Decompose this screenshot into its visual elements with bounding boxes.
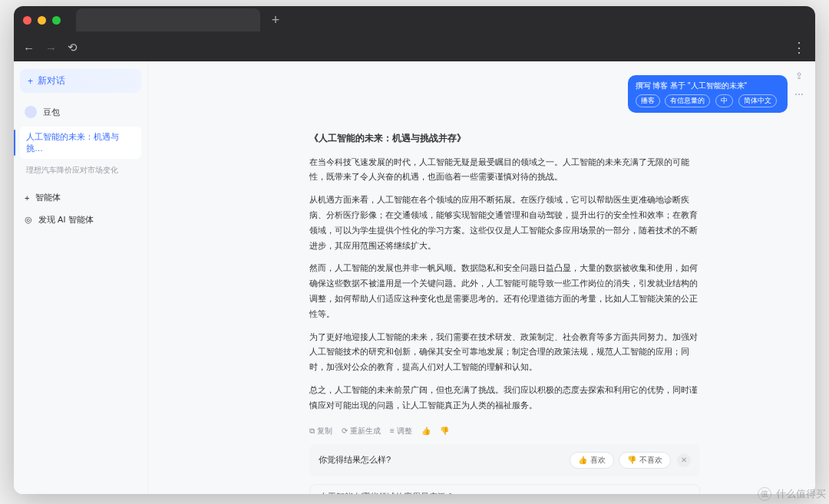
prompt-pills: 播客 有信息量的 中 简体中文 <box>636 94 780 107</box>
back-button[interactable]: ← <box>23 41 35 54</box>
article-paragraph: 为了更好地迎接人工智能的未来，我们需要在技术研发、政策制定、社会教育等多方面共同… <box>309 330 700 375</box>
plus-icon: + <box>25 193 29 203</box>
prompt-pill: 中 <box>715 94 733 107</box>
response-content: 《人工智能的未来：机遇与挑战并存》 在当今科技飞速发展的时代，人工智能无疑是最受… <box>309 130 700 421</box>
article-paragraph: 然而，人工智能的发展也并非一帆风顺。数据隐私和安全问题日益凸显，大量的数据被收集… <box>309 261 700 321</box>
browser-tab[interactable] <box>76 8 260 31</box>
prompt-pill: 播客 <box>636 94 660 107</box>
copy-button[interactable]: ⧉复制 <box>309 426 332 436</box>
assistant-label: 豆包 <box>43 107 60 118</box>
prompt-pill: 有信息量的 <box>665 94 710 107</box>
feedback-question: 你觉得结果怎么样? <box>319 454 391 466</box>
prompt-text: 撰写 博客 基于 "人工智能的未来" <box>636 81 780 91</box>
suggestion-text: 人工智能在哪些领域的应用最广泛？ <box>319 491 454 494</box>
close-feedback-button[interactable]: ✕ <box>677 453 691 467</box>
close-window-button[interactable] <box>23 16 31 25</box>
avatar-icon <box>25 106 37 118</box>
sidebar-conversation-item[interactable]: 理想汽车降价应对市场变化 <box>20 162 141 179</box>
share-icon[interactable]: ⇪ <box>794 71 804 81</box>
dislike-label: 不喜欢 <box>639 455 662 466</box>
watermark-text: 什么值得买 <box>776 487 826 501</box>
prompt-pill: 简体中文 <box>738 94 777 107</box>
thumbs-down-icon: 👎 <box>627 456 636 464</box>
like-button[interactable]: 👍喜欢 <box>570 452 614 469</box>
adjust-label: 调整 <box>397 426 412 436</box>
watermark-logo-icon: 值 <box>758 487 771 501</box>
browser-window: + ← → ⟲ ⋮ + 新对话 豆包 人工智能的未来：机遇与挑… 理想汽车降价应… <box>14 6 815 494</box>
browser-menu-button[interactable]: ⋮ <box>792 39 806 56</box>
new-chat-button[interactable]: + 新对话 <box>20 69 141 93</box>
forward-button[interactable]: → <box>45 41 57 54</box>
agents-label: 智能体 <box>35 192 61 203</box>
maximize-window-button[interactable] <box>52 16 61 25</box>
article-title: 《人工智能的未来：机遇与挑战并存》 <box>309 130 700 147</box>
response-actions: ⧉复制 ⟳重新生成 ≡调整 👍 👎 <box>309 426 700 436</box>
main-panel: ⇪ ⋯ 撰写 博客 基于 "人工智能的未来" 播客 有信息量的 中 简体中文 《… <box>148 61 815 494</box>
like-label: 喜欢 <box>590 455 606 466</box>
watermark: 值 什么值得买 <box>758 487 826 501</box>
thumbs-up-button[interactable]: 👍 <box>421 427 431 435</box>
top-right-actions: ⇪ ⋯ <box>794 71 804 100</box>
copy-icon: ⧉ <box>309 427 315 436</box>
adjust-button[interactable]: ≡调整 <box>390 426 412 436</box>
new-tab-button[interactable]: + <box>268 12 283 28</box>
copy-label: 复制 <box>317 426 332 436</box>
article-paragraph: 从机遇方面来看，人工智能在各个领域的应用不断拓展。在医疗领域，它可以帮助医生更准… <box>309 193 700 253</box>
thumbs-down-button[interactable]: 👎 <box>440 427 449 435</box>
regenerate-button[interactable]: ⟳重新生成 <box>342 426 381 436</box>
more-icon[interactable]: ⋯ <box>794 89 804 100</box>
chevron-right-icon: → <box>682 492 690 494</box>
regen-label: 重新生成 <box>350 426 381 436</box>
new-chat-label: 新对话 <box>38 74 65 87</box>
thumbs-up-icon: 👍 <box>578 456 587 464</box>
feedback-bar: 你觉得结果怎么样? 👍喜欢 👎不喜欢 ✕ <box>309 444 700 476</box>
sidebar-item-assistant[interactable]: 豆包 <box>20 100 141 124</box>
reload-button[interactable]: ⟲ <box>68 41 78 54</box>
plus-icon: + <box>28 76 33 87</box>
compass-icon: ◎ <box>25 215 32 225</box>
article-paragraph: 在当今科技飞速发展的时代，人工智能无疑是最受瞩目的领域之一。人工智能的未来充满了… <box>309 155 700 186</box>
article-paragraph: 总之，人工智能的未来前景广阔，但也充满了挑战。我们应以积极的态度去探索和利用它的… <box>309 383 700 413</box>
sidebar-active-conversation[interactable]: 人工智能的未来：机遇与挑… <box>20 127 141 159</box>
address-bar: ← → ⟲ ⋮ <box>14 34 815 61</box>
tab-bar: + <box>14 6 815 34</box>
window-controls <box>23 16 61 25</box>
discover-label: 发现 AI 智能体 <box>38 214 94 226</box>
dislike-button[interactable]: 👎不喜欢 <box>619 452 671 469</box>
browser-chrome: + ← → ⟲ ⋮ <box>14 6 815 61</box>
sliders-icon: ≡ <box>390 427 395 435</box>
sidebar-item-discover[interactable]: ◎ 发现 AI 智能体 <box>20 209 141 231</box>
user-prompt-chip: 撰写 博客 基于 "人工智能的未来" 播客 有信息量的 中 简体中文 <box>628 75 788 113</box>
app-body: + 新对话 豆包 人工智能的未来：机遇与挑… 理想汽车降价应对市场变化 + 智能… <box>14 61 815 494</box>
sidebar: + 新对话 豆包 人工智能的未来：机遇与挑… 理想汽车降价应对市场变化 + 智能… <box>14 61 148 494</box>
minimize-window-button[interactable] <box>38 16 46 25</box>
suggestion-chip[interactable]: 人工智能在哪些领域的应用最广泛？ → <box>309 484 700 494</box>
refresh-icon: ⟳ <box>342 427 348 435</box>
sidebar-item-agents[interactable]: + 智能体 <box>20 186 141 209</box>
